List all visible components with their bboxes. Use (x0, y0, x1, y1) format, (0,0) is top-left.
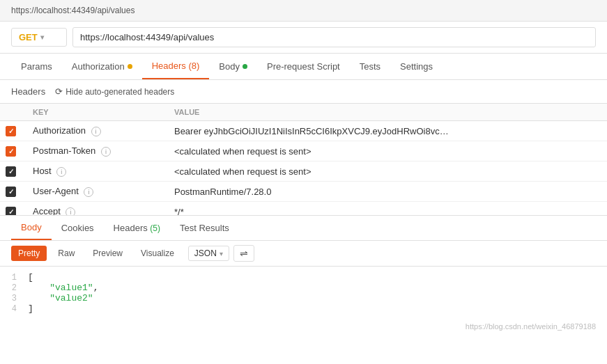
tab-authorization[interactable]: Authorization (62, 54, 142, 79)
format-raw-button[interactable]: Raw (51, 246, 82, 261)
tab-params[interactable]: Params (11, 54, 62, 79)
wrap-icon: ⇌ (240, 248, 248, 259)
info-icon[interactable]: i (101, 147, 111, 157)
url-input[interactable] (72, 27, 596, 47)
chevron-down-icon: ▾ (40, 33, 44, 41)
resp-tab-body[interactable]: Body (11, 216, 52, 240)
headers-section-label: Headers (11, 86, 45, 97)
checkbox-cell[interactable] (0, 161, 24, 182)
resp-tab-cookies[interactable]: Cookies (52, 216, 104, 239)
json-label: JSON (194, 248, 217, 258)
key-text: Accept (33, 206, 61, 215)
code-line: 2 "value1", (0, 283, 607, 293)
resp-tab-test-results[interactable]: Test Results (170, 216, 239, 239)
info-icon[interactable]: i (84, 187, 93, 197)
watermark-text: https://blog.csdn.net/weixin_46879188 (466, 322, 596, 331)
col-value: VALUE (166, 104, 607, 121)
resp-tab-cookies-label: Cookies (61, 223, 94, 233)
tab-tests-label: Tests (360, 61, 381, 72)
url-bar: https://localhost:44349/api/values (0, 0, 607, 22)
tab-settings-label: Settings (400, 61, 433, 72)
value-text: <calculated when request is sent> (174, 166, 453, 177)
row-checkbox[interactable] (6, 187, 16, 197)
line-number: 1 (0, 273, 28, 283)
method-select[interactable]: GET ▾ (11, 28, 67, 47)
tab-headers[interactable]: Headers (8) (142, 54, 210, 79)
line-content: [ (28, 272, 33, 283)
code-line: 3 "value2" (0, 293, 607, 303)
key-cell: User-Agent i (24, 182, 166, 202)
headers-table: KEY VALUE Authorization i Bearer eyJhbGc… (0, 104, 607, 215)
col-key: KEY (24, 104, 166, 121)
tab-tests[interactable]: Tests (350, 54, 390, 79)
resp-tab-test-results-label: Test Results (180, 223, 229, 233)
code-line: 4 ] (0, 303, 607, 314)
code-area: 1 [ 2 "value1", 3 "value2" 4 ] (0, 267, 607, 319)
key-text: User-Agent (33, 186, 79, 196)
tab-pre-request[interactable]: Pre-request Script (257, 54, 350, 79)
request-row: GET ▾ (0, 22, 607, 54)
value-text: Bearer eyJhbGciOiJIUzI1NiIsInR5cCI6IkpXV… (174, 126, 453, 136)
table-row: Authorization i Bearer eyJhbGciOiJIUzI1N… (0, 121, 607, 141)
table-row: Host i <calculated when request is sent> (0, 161, 607, 182)
tab-params-label: Params (21, 61, 52, 72)
info-icon[interactable]: i (91, 127, 101, 136)
line-number: 3 (0, 294, 28, 303)
tab-body-label: Body (219, 61, 240, 72)
json-format-select[interactable]: JSON ▾ (188, 246, 229, 261)
checkbox-cell[interactable] (0, 182, 24, 202)
key-cell: Postman-Token i (24, 141, 166, 161)
value-cell: <calculated when request is sent> (166, 141, 607, 161)
tab-pre-request-label: Pre-request Script (267, 61, 340, 72)
format-visualize-button[interactable]: Visualize (134, 246, 181, 261)
value-text: <calculated when request is sent> (174, 146, 453, 157)
resp-tab-headers[interactable]: Headers (5) (104, 216, 170, 239)
code-line: 1 [ (0, 272, 607, 283)
tab-settings[interactable]: Settings (390, 54, 443, 79)
key-text: Postman-Token (33, 145, 95, 156)
row-checkbox[interactable] (6, 166, 16, 177)
info-icon[interactable]: i (66, 207, 75, 215)
checkbox-cell[interactable] (0, 121, 24, 141)
tab-body[interactable]: Body (209, 54, 257, 79)
col-checkbox (0, 104, 24, 121)
value-cell: <calculated when request is sent> (166, 161, 607, 182)
row-checkbox[interactable] (6, 207, 16, 215)
hide-auto-headers-button[interactable]: ⟳ Hide auto-generated headers (51, 84, 178, 99)
format-preview-button[interactable]: Preview (86, 246, 130, 261)
request-tabs: Params Authorization Headers (8) Body Pr… (0, 54, 607, 80)
body-dot (243, 64, 247, 69)
wrap-lines-button[interactable]: ⇌ (233, 245, 254, 262)
format-pretty-button[interactable]: Pretty (11, 246, 47, 261)
line-number: 2 (0, 283, 28, 293)
value-cell: Bearer eyJhbGciOiJIUzI1NiIsInR5cCI6IkpXV… (166, 121, 607, 141)
line-content: "value1", (28, 283, 98, 293)
url-bar-text: https://localhost:44349/api/values (11, 6, 135, 15)
key-cell: Accept i (24, 202, 166, 216)
resp-tab-headers-label: Headers (114, 223, 151, 233)
format-row: Pretty Raw Preview Visualize JSON ▾ ⇌ (0, 241, 607, 267)
info-icon[interactable]: i (56, 167, 66, 177)
value-cell: PostmanRuntime/7.28.0 (166, 182, 607, 202)
table-row: Postman-Token i <calculated when request… (0, 141, 607, 161)
hide-btn-label: Hide auto-generated headers (66, 87, 174, 97)
authorization-dot (128, 64, 132, 69)
key-text: Authorization (33, 125, 86, 136)
tab-headers-label: Headers (8) (152, 61, 200, 71)
response-tabs: Body Cookies Headers (5) Test Results (0, 215, 607, 241)
watermark: https://blog.csdn.net/weixin_46879188 (0, 319, 607, 333)
chevron-down-icon: ▾ (220, 250, 223, 258)
line-content: "value2" (28, 293, 93, 303)
checkbox-cell[interactable] (0, 141, 24, 161)
tab-authorization-label: Authorization (72, 61, 125, 72)
checkbox-cell[interactable] (0, 202, 24, 216)
headers-table-wrapper: KEY VALUE Authorization i Bearer eyJhbGc… (0, 104, 607, 215)
value-text: */* (174, 207, 453, 216)
value-text: PostmanRuntime/7.28.0 (174, 187, 453, 197)
row-checkbox[interactable] (6, 146, 16, 157)
table-row: Accept i */* (0, 202, 607, 216)
refresh-icon: ⟳ (55, 86, 63, 97)
row-checkbox[interactable] (6, 126, 16, 136)
headers-toolbar: Headers ⟳ Hide auto-generated headers (0, 80, 607, 104)
table-row: User-Agent i PostmanRuntime/7.28.0 (0, 182, 607, 202)
